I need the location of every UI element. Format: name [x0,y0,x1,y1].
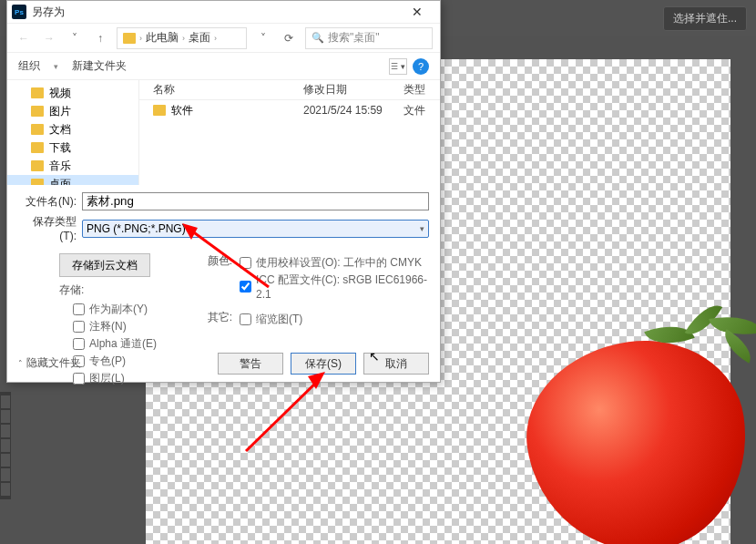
up-folder-button[interactable]: ↑ [91,29,109,47]
layers-checkbox[interactable] [73,373,85,385]
folder-icon [31,160,44,171]
folder-icon [31,87,44,98]
up-button[interactable]: ˅ [66,29,84,47]
chevron-up-icon: ˄ [18,359,23,368]
save-as-dialog: Ps 另存为 ✕ ← → ˅ ↑ › 此电脑 › 桌面 › ˅ ⟳ 🔍 搜索"桌… [6,0,441,383]
search-input[interactable]: 🔍 搜索"桌面" [305,27,433,49]
filename-label: 文件名(N): [18,194,82,210]
sidebar-item-pictures[interactable]: 图片 [7,102,138,120]
as-copy-checkbox[interactable] [73,303,85,315]
select-and-mask-button[interactable]: 选择并遮住... [663,6,747,31]
col-name[interactable]: 名称 [139,82,303,98]
sidebar: 视频 图片 文档 下载 音乐 桌面 ›本地磁盘 (C:) [7,80,139,185]
col-date[interactable]: 修改日期 [303,82,404,98]
tool-hand-icon[interactable] [1,410,10,423]
left-toolbar [0,392,11,499]
col-type[interactable]: 类型 [404,82,440,98]
sidebar-item-documents[interactable]: 文档 [7,120,138,139]
folder-icon [31,106,44,117]
file-row[interactable]: 软件 2021/5/24 15:59 文件 [139,100,440,120]
chevron-down-icon: ▾ [420,224,424,233]
sidebar-item-music[interactable]: 音乐 [7,157,138,175]
folder-icon [153,105,166,116]
refresh-button[interactable]: ⟳ [280,29,298,47]
breadcrumb[interactable]: › 此电脑 › 桌面 › [117,27,247,49]
sidebar-item-desktop[interactable]: 桌面 [7,175,138,185]
color-group-label: 颜色: [205,253,232,303]
close-button[interactable]: ✕ [399,5,435,19]
breadcrumb-desktop[interactable]: 桌面 [189,30,210,46]
save-button[interactable]: 保存(S) [291,353,356,375]
filename-input[interactable] [82,192,429,210]
back-button[interactable]: ← [15,29,33,47]
breadcrumb-pc[interactable]: 此电脑 [146,30,179,46]
sidebar-item-videos[interactable]: 视频 [7,84,138,102]
save-group-label: 存储: [18,282,196,298]
warning-button[interactable]: 警告 [218,353,283,375]
sidebar-item-downloads[interactable]: 下载 [7,139,138,157]
folder-icon [31,124,44,135]
filetype-select[interactable]: PNG (*.PNG;*.PNG) ▾ [82,220,429,238]
image-content [519,296,756,544]
cancel-button[interactable]: 取消 [363,353,429,375]
save-to-cloud-button[interactable]: 存储到云文档 [59,253,150,277]
forward-button[interactable]: → [40,29,58,47]
folder-icon [31,179,44,185]
other-group-label: 其它: [205,310,232,329]
new-folder-button[interactable]: 新建文件夹 [72,58,127,74]
proof-checkbox[interactable] [240,257,251,269]
thumbnail-checkbox[interactable] [240,313,251,325]
help-button[interactable]: ? [413,58,429,75]
filetype-label: 保存类型(T): [18,214,82,242]
file-list-header: 名称 修改日期 类型 [139,80,440,100]
form-section: 文件名(N): 保存类型(T): PNG (*.PNG;*.PNG) ▾ [7,185,440,242]
nav-bar: ← → ˅ ↑ › 此电脑 › 桌面 › ˅ ⟳ 🔍 搜索"桌面" [7,24,440,53]
photoshop-icon: Ps [12,5,26,19]
view-mode-button[interactable]: ☰ ▾ [389,58,407,75]
icc-checkbox[interactable] [240,281,251,293]
notes-checkbox[interactable] [73,321,85,333]
hide-folders-toggle[interactable]: ˄ 隐藏文件夹 [18,355,81,371]
button-row: 警告 保存(S) 取消 [218,353,429,375]
search-icon: 🔍 [312,32,324,44]
tool-zoom-icon[interactable] [1,425,10,437]
tool-crop-icon[interactable] [1,439,10,452]
dialog-title: 另存为 [32,5,399,20]
tool-eyedrop-icon[interactable] [1,454,10,467]
tool-brush-icon[interactable] [1,468,10,481]
folder-icon [123,33,136,44]
toolbar-row: 组织 ▾ 新建文件夹 ☰ ▾ ? [7,53,440,80]
breadcrumb-dropdown[interactable]: ˅ [254,29,272,47]
organize-menu[interactable]: 组织 [18,58,40,74]
tool-text-icon[interactable] [1,483,10,496]
tool-move-icon[interactable] [1,395,10,408]
file-browser: 视频 图片 文档 下载 音乐 桌面 ›本地磁盘 (C:) 名称 修改日期 类型 … [7,80,440,185]
alpha-checkbox[interactable] [73,338,85,350]
file-list: 名称 修改日期 类型 软件 2021/5/24 15:59 文件 [139,80,440,185]
folder-icon [31,142,44,153]
dialog-titlebar: Ps 另存为 ✕ [7,1,440,24]
search-placeholder: 搜索"桌面" [328,30,380,46]
